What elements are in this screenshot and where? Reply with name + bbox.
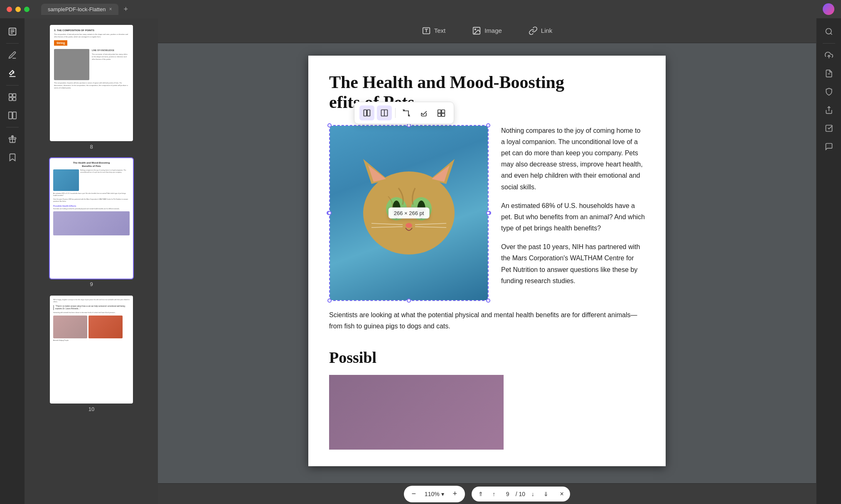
selected-image[interactable]: 266 × 266 pt (329, 125, 489, 301)
zoom-value: 110% ▾ (422, 491, 447, 497)
svg-rect-16 (367, 110, 370, 116)
sidebar-item-annotate[interactable] (4, 65, 21, 82)
sidebar-item-edit[interactable] (4, 47, 21, 64)
sidebar-item-compare[interactable] (4, 107, 21, 124)
page9-right-text: Nothing compares to the joy of coming ho… (501, 125, 645, 294)
titlebar: samplePDF-lock-Flatten × + (0, 0, 841, 18)
svg-point-32 (406, 223, 412, 228)
img-replace-btn[interactable] (416, 105, 431, 120)
img-fit-btn[interactable] (359, 105, 374, 120)
image-toolbar (354, 102, 454, 124)
paragraph2: An estimated 68% of U.S. households have… (501, 200, 645, 234)
page-number-8: 8 (90, 144, 93, 150)
sidebar-right-search[interactable] (821, 23, 837, 40)
bottom-image-placeholder (329, 375, 504, 450)
page-separator: / (516, 491, 517, 497)
page9-body-text: Scientists are looking at what the poten… (329, 309, 645, 332)
img-fit2-btn[interactable] (377, 105, 392, 120)
link-tool-icon (529, 26, 538, 35)
thumb8-string-label: String (54, 40, 67, 46)
next-page-button[interactable]: ↓ (527, 488, 539, 500)
svg-rect-9 (12, 112, 16, 119)
zoom-chevron-icon: ▾ (441, 491, 444, 497)
image-container: 266 × 266 pt (329, 125, 489, 301)
new-tab-button[interactable]: + (123, 5, 128, 14)
sidebar-item-notes[interactable] (4, 23, 21, 40)
divider (6, 43, 19, 44)
svg-rect-20 (442, 110, 445, 113)
svg-rect-5 (12, 94, 15, 97)
right-divider1 (823, 43, 835, 44)
sidebar-right (816, 18, 841, 504)
sidebar-item-pages[interactable] (4, 89, 21, 105)
thumbnail-panel: 3. THE COMPOSITION OF POINTS The composi… (25, 18, 158, 504)
svg-rect-15 (364, 110, 367, 116)
zoom-controls: − 110% ▾ + (404, 486, 465, 502)
svg-rect-19 (438, 110, 441, 113)
svg-rect-41 (826, 125, 832, 132)
top-toolbar: Text Image Link (158, 18, 816, 43)
sidebar-left (0, 18, 25, 504)
paragraph1: Nothing compares to the joy of coming ho… (501, 125, 645, 193)
svg-point-37 (826, 29, 831, 34)
close-button[interactable] (7, 7, 12, 12)
thumbnail-page-8[interactable]: 3. THE COMPOSITION OF POINTS The composi… (50, 25, 133, 150)
sidebar-right-comment[interactable] (821, 138, 837, 155)
image-tool[interactable]: Image (467, 24, 507, 38)
page9-bottom: Possibl (308, 348, 666, 466)
text-tool-icon (422, 26, 431, 35)
pdf-scroll[interactable]: The Health and Mood-Boosting efits of Pe… (158, 43, 816, 483)
link-tool[interactable]: Link (524, 24, 558, 38)
divider3 (6, 127, 19, 127)
svg-rect-22 (442, 113, 445, 116)
svg-rect-7 (12, 98, 15, 100)
bottom-bar: − 110% ▾ + ⇑ ↑ / 10 ↓ ⇓ × (158, 483, 816, 504)
image-tool-label: Image (484, 27, 502, 34)
sidebar-right-check[interactable] (821, 120, 837, 137)
sidebar-right-pdf[interactable] (821, 65, 837, 82)
sidebar-right-protect[interactable] (821, 83, 837, 100)
image-dimensions-badge: 266 × 266 pt (389, 207, 430, 218)
last-page-button[interactable]: ⇓ (540, 488, 552, 500)
toolbar-divider (395, 108, 396, 118)
image-tool-icon (472, 26, 481, 35)
img-more-btn[interactable] (434, 105, 449, 120)
page-number-9: 9 (90, 281, 93, 287)
sidebar-item-bookmark[interactable] (4, 149, 21, 166)
page-nav: ⇑ ↑ / 10 ↓ ⇓ × (472, 487, 570, 502)
sidebar-right-share[interactable] (821, 102, 837, 118)
user-avatar[interactable] (823, 3, 834, 15)
img-crop-btn[interactable] (399, 105, 414, 120)
svg-rect-6 (9, 98, 12, 100)
link-tool-label: Link (541, 27, 553, 34)
prev-page-button[interactable]: ↑ (488, 488, 500, 500)
close-nav-button[interactable]: × (557, 489, 567, 499)
svg-rect-21 (438, 113, 441, 116)
maximize-button[interactable] (24, 7, 30, 12)
section-heading: Possibl (329, 348, 645, 367)
first-page-button[interactable]: ⇑ (475, 488, 487, 500)
tab-area: samplePDF-lock-Flatten × + (33, 4, 819, 15)
pdf-page-9: The Health and Mood-Boosting efits of Pe… (308, 56, 666, 466)
page9-two-col: 266 × 266 pt (329, 125, 645, 301)
sidebar-right-upload[interactable] (821, 47, 837, 64)
minimize-button[interactable] (15, 7, 21, 12)
main-layout: 3. THE COMPOSITION OF POINTS The composi… (0, 18, 841, 504)
sidebar-item-gift[interactable] (4, 131, 21, 147)
active-tab[interactable]: samplePDF-lock-Flatten × (41, 4, 118, 15)
zoom-in-button[interactable]: + (448, 487, 462, 501)
bottom-images (329, 375, 645, 450)
text-tool[interactable]: Text (417, 24, 451, 38)
paragraph3: Over the past 10 years, NIH has partnere… (501, 241, 645, 286)
tab-title: samplePDF-lock-Flatten (48, 6, 106, 12)
tab-close-icon[interactable]: × (109, 6, 112, 12)
page-number-input[interactable] (502, 491, 514, 497)
thumbnail-page-10[interactable]: NIH is happy, laughter conveys to him th… (50, 296, 133, 412)
svg-point-14 (475, 29, 476, 30)
zoom-out-button[interactable]: − (407, 487, 420, 501)
traffic-lights (7, 7, 30, 12)
svg-rect-4 (9, 94, 12, 97)
text-tool-label: Text (434, 27, 446, 34)
thumbnail-page-9[interactable]: The Health and Mood-BoostingBenefits of … (50, 158, 133, 287)
page-number-10: 10 (89, 406, 94, 412)
